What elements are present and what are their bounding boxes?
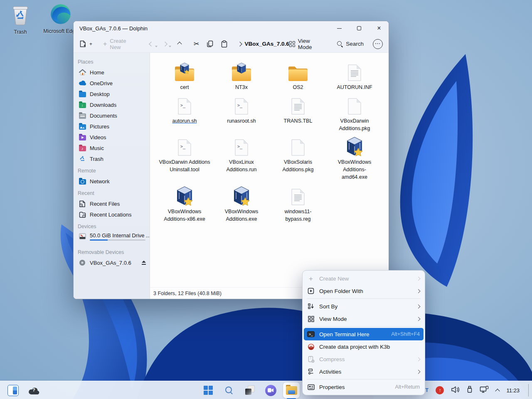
submenu-chevron-icon — [416, 304, 421, 308]
view-mode-button[interactable]: View Mode — [289, 38, 325, 50]
search-icon — [337, 41, 343, 47]
breadcrumb[interactable]: VBox_GAs_7.0.6 — [238, 41, 289, 47]
file-item[interactable]: >_ autorun.sh — [158, 95, 212, 125]
sidebar-item-onedrive[interactable]: OneDrive — [74, 78, 150, 89]
paste-button[interactable] — [221, 40, 227, 48]
microsoft-edge-icon — [50, 3, 71, 25]
file-name: windows11-bypass.reg — [279, 208, 317, 223]
task-view-button[interactable] — [244, 383, 256, 397]
file-name: AUTORUN.INF — [337, 84, 372, 91]
menu-item-compress[interactable]: Compress — [303, 353, 425, 365]
sidebar-item-music[interactable]: Music — [74, 143, 150, 153]
forward-dropdown-icon — [169, 46, 171, 47]
sidebar-item-vbox-gas[interactable]: VBox_GAs_7.0.6 — [74, 257, 150, 268]
menu-item-open-folder-with[interactable]: Open Folder With — [303, 285, 425, 297]
sidebar-item-network[interactable]: Network — [74, 176, 150, 187]
menu-item-view-mode[interactable]: View Mode — [303, 313, 425, 325]
file-view[interactable]: cert NT3x OS2 AUTORUN.INF — [150, 53, 389, 299]
menu-item-activities[interactable]: Activities — [303, 365, 425, 378]
weather-cloud-icon: ? — [28, 386, 39, 395]
forward-button[interactable] — [163, 42, 172, 46]
desktop-icon-trash[interactable]: Trash — [2, 5, 38, 35]
file-item[interactable]: windows11-bypass.reg — [271, 186, 325, 223]
menu-item-create-new[interactable]: + Create New — [303, 272, 425, 285]
file-item[interactable]: VBoxWindows Additions-x86.exe — [158, 186, 212, 223]
file-item[interactable]: TRANS.TBL — [271, 95, 325, 125]
weather-widget-button[interactable]: ? — [27, 383, 40, 397]
file-item[interactable]: OS2 — [271, 62, 325, 91]
file-item[interactable]: >_ VBoxLinux Additions.run — [214, 136, 268, 173]
menu-item-sort-by[interactable]: Sort By — [303, 300, 425, 313]
eject-button[interactable] — [141, 261, 146, 265]
chat-button[interactable] — [264, 383, 277, 397]
sidebar-item-recent-files[interactable]: Recent Files — [74, 198, 150, 209]
menu-item-create-data-project-k3b[interactable]: Create data project with K3b — [303, 340, 425, 353]
file-manager-taskbar-button[interactable] — [285, 383, 298, 397]
cut-button[interactable]: ✂ — [194, 40, 199, 48]
window-title: VBox_GAs_7.0.6 — Dolphin — [79, 25, 148, 32]
title-bar[interactable]: VBox_GAs_7.0.6 — Dolphin × — [74, 21, 389, 35]
create-new-button[interactable]: + Create New — [103, 38, 138, 50]
file-item[interactable]: VBoxWindows Additions-amd64.exe — [328, 136, 382, 181]
file-name: OS2 — [293, 84, 303, 91]
sidebar-item-recent-locations[interactable]: Recent Locations — [74, 209, 150, 220]
copy-button[interactable] — [207, 40, 214, 47]
search-button[interactable]: Search — [337, 41, 364, 47]
file-item[interactable]: >_ VBoxDarwin Additions Uninstall.tool — [158, 136, 212, 173]
file-manager-icon — [286, 386, 297, 395]
menu-item-shortcut: Alt+Shift+F4 — [391, 331, 420, 337]
back-button[interactable] — [150, 42, 158, 46]
sidebar-item-home[interactable]: Home — [74, 67, 150, 78]
new-tab-button[interactable]: + — [79, 40, 92, 47]
sidebar-item-documents[interactable]: Documents — [74, 110, 150, 121]
taskbar-search-button[interactable] — [223, 383, 235, 397]
sidebar-item-internal-drive[interactable]: 50.0 GiB Internal Drive ... — [74, 232, 150, 246]
search-label: Search — [346, 41, 364, 47]
submenu-chevron-icon — [416, 276, 421, 281]
file-item[interactable]: NT3x — [214, 62, 268, 91]
file-item[interactable]: VBoxDarwin Additions.pkg — [328, 95, 382, 132]
file-item[interactable]: VBoxWindows Additions.exe — [214, 186, 268, 223]
close-button[interactable]: × — [375, 25, 383, 32]
file-item[interactable]: AUTORUN.INF — [328, 62, 382, 91]
sidebar-item-desktop[interactable]: Desktop — [74, 89, 150, 99]
updates-notification-badge[interactable]: ↑ — [436, 386, 444, 394]
grid-view-icon — [307, 315, 315, 323]
sidebar-item-pictures[interactable]: Pictures — [74, 121, 150, 132]
status-text: 3 Folders, 12 Files (40.8 MiB) — [153, 291, 222, 296]
clock[interactable]: 11:23 — [506, 387, 520, 394]
script-file-icon: >_ — [177, 139, 192, 156]
menu-item-open-terminal-here[interactable]: >_ Open Terminal Here Alt+Shift+F4 — [304, 328, 424, 340]
file-item[interactable]: VBoxSolaris Additions.pkg — [271, 136, 325, 173]
trash-icon — [11, 5, 30, 26]
menu-item-properties[interactable]: Properties Alt+Return — [303, 381, 425, 393]
usb-device-tray-icon[interactable] — [467, 386, 473, 395]
open-with-icon — [307, 287, 315, 295]
tray-expand-chevron-icon[interactable] — [495, 389, 500, 393]
maximize-button[interactable] — [355, 25, 363, 32]
menu-separator — [307, 326, 421, 327]
file-item[interactable]: >_ runasroot.sh — [214, 95, 268, 125]
back-dropdown-icon — [155, 46, 158, 47]
grid-view-icon — [289, 41, 295, 47]
volume-tray-icon[interactable] — [451, 386, 460, 395]
sidebar-item-downloads[interactable]: Downloads — [74, 99, 150, 110]
display-plug-tray-icon[interactable] — [480, 386, 489, 395]
up-arrow-icon: ↑ — [438, 387, 441, 393]
up-button[interactable] — [178, 42, 181, 46]
file-name: VBoxWindows Additions.exe — [215, 208, 268, 223]
recent-locations-icon — [79, 211, 86, 218]
sidebar-item-label: Downloads — [90, 102, 116, 108]
desktop: Trash Microsoft Edge VBox_GAs_7.0.6 — Do… — [0, 0, 532, 399]
context-menu: + Create New Open Folder With Sort By Vi… — [302, 270, 425, 395]
show-desktop-strip[interactable] — [528, 384, 529, 397]
sidebar-item-trash[interactable]: Trash — [74, 153, 150, 164]
start-button[interactable] — [202, 383, 214, 397]
file-name: autorun.sh — [172, 117, 197, 125]
menu-overflow-button[interactable]: ⋯ — [373, 39, 383, 49]
panel-widget-button[interactable] — [7, 383, 19, 397]
minimize-button[interactable] — [335, 25, 343, 32]
script-file-icon: >_ — [234, 98, 249, 115]
file-item[interactable]: cert — [158, 62, 212, 91]
sidebar-item-videos[interactable]: Videos — [74, 132, 150, 143]
